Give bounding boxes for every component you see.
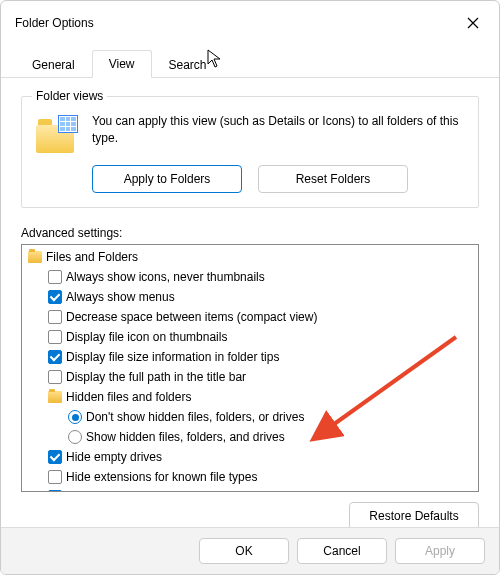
tab-content: Folder views You can apply this view (su…: [1, 78, 499, 542]
tree-item-label: Display file icon on thumbnails: [66, 328, 227, 346]
folder-views-description: You can apply this view (such as Details…: [92, 113, 464, 147]
tab-general[interactable]: General: [15, 51, 92, 78]
apply-to-folders-button[interactable]: Apply to Folders: [92, 165, 242, 193]
tree-item: Hidden files and folders: [24, 387, 476, 407]
checkbox[interactable]: [48, 290, 62, 304]
tree-item: Display the full path in the title bar: [24, 367, 476, 387]
tree-item: Always show icons, never thumbnails: [24, 267, 476, 287]
cancel-button[interactable]: Cancel: [297, 538, 387, 564]
tab-search[interactable]: Search: [152, 51, 224, 78]
ok-button[interactable]: OK: [199, 538, 289, 564]
tree-item-label: Hidden files and folders: [66, 388, 191, 406]
apply-button[interactable]: Apply: [395, 538, 485, 564]
tree-item-label: Hide extensions for known file types: [66, 468, 257, 486]
close-button[interactable]: [461, 11, 485, 35]
dialog-button-bar: OK Cancel Apply: [1, 527, 499, 574]
tree-item: Decrease space between items (compact vi…: [24, 307, 476, 327]
tab-view[interactable]: View: [92, 50, 152, 78]
titlebar: Folder Options: [1, 1, 499, 41]
tree-item-label: Display file size information in folder …: [66, 348, 279, 366]
tree-item: Hide extensions for known file types: [24, 467, 476, 487]
tree-item: Don't show hidden files, folders, or dri…: [24, 407, 476, 427]
tree-group-files-folders: Files and Folders: [24, 247, 476, 267]
tree-item: Always show menus: [24, 287, 476, 307]
folder-icon: [28, 251, 42, 263]
reset-folders-button[interactable]: Reset Folders: [258, 165, 408, 193]
folder-icon: [48, 391, 62, 403]
checkbox[interactable]: [48, 270, 62, 284]
tree-item: Display file icon on thumbnails: [24, 327, 476, 347]
tab-strip: General View Search: [1, 49, 499, 78]
checkbox[interactable]: [48, 330, 62, 344]
checkbox[interactable]: [48, 310, 62, 324]
checkbox[interactable]: [48, 350, 62, 364]
tree-group-label: Files and Folders: [46, 248, 138, 266]
folder-views-label: Folder views: [32, 89, 107, 103]
checkbox[interactable]: [48, 370, 62, 384]
tree-item-label: Decrease space between items (compact vi…: [66, 308, 317, 326]
checkbox[interactable]: [48, 450, 62, 464]
tree-item: Hide folder merge conflicts: [24, 487, 476, 492]
advanced-settings-list[interactable]: Files and Folders Always show icons, nev…: [21, 244, 479, 492]
tree-item: Display file size information in folder …: [24, 347, 476, 367]
tree-item-label: Hide folder merge conflicts: [66, 488, 208, 492]
folder-views-group: Folder views You can apply this view (su…: [21, 96, 479, 208]
tree-item-label: Hide empty drives: [66, 448, 162, 466]
tree-item-label: Don't show hidden files, folders, or dri…: [86, 408, 304, 426]
advanced-settings-label: Advanced settings:: [21, 226, 479, 240]
tree-item-label: Display the full path in the title bar: [66, 368, 246, 386]
checkbox[interactable]: [48, 470, 62, 484]
restore-defaults-button[interactable]: Restore Defaults: [349, 502, 479, 530]
folder-views-icon: [36, 115, 78, 153]
tree-item-label: Always show menus: [66, 288, 175, 306]
window-title: Folder Options: [15, 16, 94, 30]
tree-item-label: Always show icons, never thumbnails: [66, 268, 265, 286]
close-icon: [467, 17, 479, 29]
tree-item: Hide empty drives: [24, 447, 476, 467]
tree-item: Show hidden files, folders, and drives: [24, 427, 476, 447]
tree-item-label: Show hidden files, folders, and drives: [86, 428, 285, 446]
radio[interactable]: [68, 410, 82, 424]
checkbox[interactable]: [48, 490, 62, 492]
radio[interactable]: [68, 430, 82, 444]
